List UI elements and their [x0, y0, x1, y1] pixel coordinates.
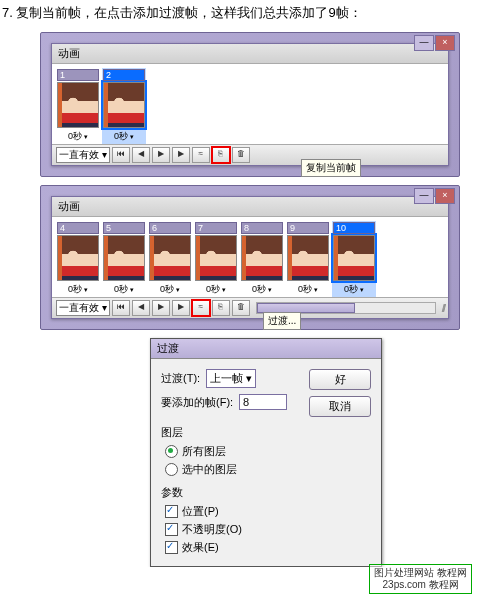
- rewind-button[interactable]: ⏮: [112, 147, 130, 163]
- dialog-title: 过渡: [151, 339, 381, 359]
- frame-duration[interactable]: 0秒: [57, 130, 99, 143]
- ok-button[interactable]: 好: [309, 369, 371, 390]
- animation-tab[interactable]: 动画: [52, 44, 448, 64]
- loop-select[interactable]: 一直有效 ▾: [56, 300, 110, 316]
- checkbox-icon: [165, 505, 178, 518]
- frame-duration[interactable]: 0秒: [287, 283, 329, 296]
- close-icon[interactable]: ×: [435, 188, 455, 204]
- next-frame-button[interactable]: ▶: [172, 147, 190, 163]
- frame[interactable]: 60秒: [148, 221, 192, 297]
- frame-number: 10: [333, 222, 375, 234]
- close-icon[interactable]: ×: [435, 35, 455, 51]
- checkbox-position[interactable]: 位置(P): [161, 504, 371, 519]
- frame-duration[interactable]: 0秒: [57, 283, 99, 296]
- frame-number: 4: [57, 222, 99, 234]
- params-group-label: 参数: [161, 485, 371, 500]
- prev-frame-button[interactable]: ◀: [132, 147, 150, 163]
- checkbox-icon: [165, 541, 178, 554]
- play-button[interactable]: ▶: [152, 300, 170, 316]
- frame-duration[interactable]: 0秒: [195, 283, 237, 296]
- tooltip-duplicate: 复制当前帧: [301, 159, 361, 177]
- next-frame-button[interactable]: ▶: [172, 300, 190, 316]
- frame-duration[interactable]: 0秒: [103, 130, 145, 143]
- tween-button[interactable]: ≈: [192, 147, 210, 163]
- frame[interactable]: 70秒: [194, 221, 238, 297]
- frame[interactable]: 80秒: [240, 221, 284, 297]
- transition-select[interactable]: 上一帧 ▾: [206, 369, 256, 388]
- transition-label: 过渡(T):: [161, 371, 200, 386]
- radio-selected-layer[interactable]: 选中的图层: [161, 462, 371, 477]
- tween-dialog: 过渡 过渡(T): 上一帧 ▾ 要添加的帧(F): 8 好 取消 图层: [150, 338, 382, 567]
- frame-number: 5: [103, 222, 145, 234]
- tooltip-tween: 过渡...: [263, 312, 301, 330]
- rewind-button[interactable]: ⏮: [112, 300, 130, 316]
- resize-grip-icon[interactable]: ///: [442, 303, 444, 314]
- frame-number: 7: [195, 222, 237, 234]
- frame-number: 1: [57, 69, 99, 81]
- minimize-icon[interactable]: —: [414, 188, 434, 204]
- frame[interactable]: 10秒: [56, 68, 100, 144]
- cancel-button[interactable]: 取消: [309, 396, 371, 417]
- radio-icon: [165, 445, 178, 458]
- frame[interactable]: 40秒: [56, 221, 100, 297]
- delete-frame-button[interactable]: 🗑: [232, 147, 250, 163]
- layers-group-label: 图层: [161, 425, 371, 440]
- checkbox-effects[interactable]: 效果(E): [161, 540, 371, 555]
- play-button[interactable]: ▶: [152, 147, 170, 163]
- frame-duration[interactable]: 0秒: [103, 283, 145, 296]
- frame-thumbnail: [241, 235, 283, 281]
- checkbox-icon: [165, 523, 178, 536]
- frame-thumbnail: [287, 235, 329, 281]
- frame-thumbnail: [333, 235, 375, 281]
- frame-thumbnail: [57, 82, 99, 128]
- frame-number: 6: [149, 222, 191, 234]
- frames-strip: 10秒20秒: [52, 64, 448, 144]
- watermark: 图片处理网站 教程网 23ps.com 教程网: [369, 564, 472, 567]
- frames-strip: 40秒50秒60秒70秒80秒90秒100秒: [52, 217, 448, 297]
- frame-thumbnail: [195, 235, 237, 281]
- prev-frame-button[interactable]: ◀: [132, 300, 150, 316]
- minimize-icon[interactable]: —: [414, 35, 434, 51]
- frame[interactable]: 20秒: [102, 68, 146, 144]
- animation-panel-2: — × 动画 40秒50秒60秒70秒80秒90秒100秒 一直有效 ▾ ⏮ ◀…: [40, 185, 460, 330]
- frame-duration[interactable]: 0秒: [149, 283, 191, 296]
- frame-thumbnail: [57, 235, 99, 281]
- loop-select[interactable]: 一直有效 ▾: [56, 147, 110, 163]
- frame[interactable]: 50秒: [102, 221, 146, 297]
- frame-thumbnail: [149, 235, 191, 281]
- frames-to-add-label: 要添加的帧(F):: [161, 395, 233, 410]
- animation-panel-1: — × 动画 10秒20秒 一直有效 ▾ ⏮ ◀ ▶ ▶ ≈ ⎘ 🗑 复制当前帧: [40, 32, 460, 177]
- frame-duration[interactable]: 0秒: [333, 283, 375, 296]
- frame-number: 2: [103, 69, 145, 81]
- animation-toolbar: 一直有效 ▾ ⏮ ◀ ▶ ▶ ≈ ⎘ 🗑: [52, 144, 448, 165]
- frame-thumbnail: [103, 235, 145, 281]
- checkbox-opacity[interactable]: 不透明度(O): [161, 522, 371, 537]
- animation-tab[interactable]: 动画: [52, 197, 448, 217]
- frame-number: 8: [241, 222, 283, 234]
- frames-to-add-input[interactable]: 8: [239, 394, 287, 410]
- radio-all-layers[interactable]: 所有图层: [161, 444, 371, 459]
- delete-frame-button[interactable]: 🗑: [232, 300, 250, 316]
- frame-duration[interactable]: 0秒: [241, 283, 283, 296]
- frame-number: 9: [287, 222, 329, 234]
- radio-icon: [165, 463, 178, 476]
- frame[interactable]: 90秒: [286, 221, 330, 297]
- tween-button[interactable]: ≈: [192, 300, 210, 316]
- animation-toolbar: 一直有效 ▾ ⏮ ◀ ▶ ▶ ≈ ⎘ 🗑 ///: [52, 297, 448, 318]
- instruction-text: 7. 复制当前帧，在点击添加过渡帧，这样我们总共添加了9帧：: [0, 0, 500, 28]
- frame-thumbnail: [103, 82, 145, 128]
- duplicate-frame-button[interactable]: ⎘: [212, 300, 230, 316]
- duplicate-frame-button[interactable]: ⎘: [212, 147, 230, 163]
- frame[interactable]: 100秒: [332, 221, 376, 297]
